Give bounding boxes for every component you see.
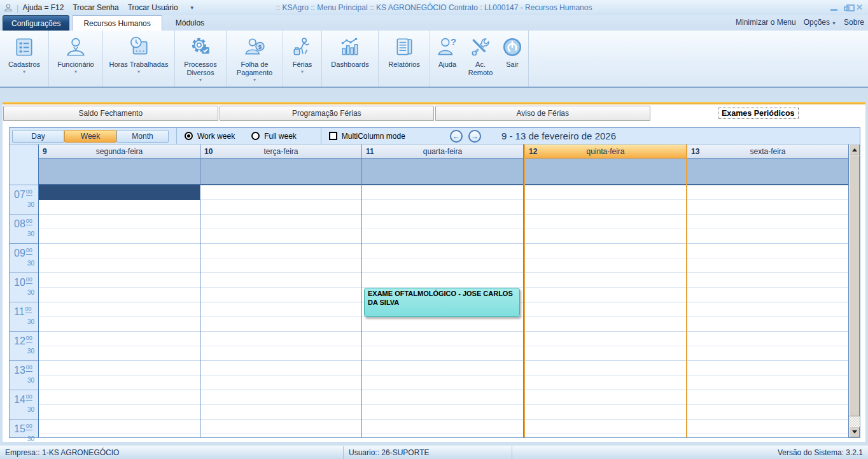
ribbon-button-ferias[interactable]: Férias ▾ <box>285 32 319 85</box>
scrollbar-thumb[interactable] <box>849 155 860 416</box>
calendar-toolbar: Day Week Month Work week Full week Multi… <box>10 128 860 145</box>
time-gutter: 070030 080030 090030 100030 110030 12003… <box>10 145 39 437</box>
all-day-cell[interactable] <box>362 159 523 185</box>
all-day-cell[interactable] <box>39 159 200 185</box>
report-icon <box>393 34 415 60</box>
tab-aviso-de-ferias[interactable]: Aviso de Férias <box>435 106 650 121</box>
person-icon <box>65 34 87 60</box>
day-column-quarta[interactable]: 11quarta-feira EXAME OFTALMOLÓGICO - JOS… <box>362 145 524 437</box>
chart-icon <box>339 34 361 60</box>
options-button[interactable]: Opções▼ <box>804 18 836 27</box>
minimize-icon[interactable] <box>830 9 837 11</box>
ribbon-button-relatorios[interactable]: Relatórios <box>381 32 428 85</box>
calendar: Day Week Month Work week Full week Multi… <box>9 127 860 438</box>
ribbon-button-ajuda[interactable]: ? Ajuda <box>432 32 463 85</box>
ribbon-button-folha-pagamento[interactable]: $ Folha de Pagamento ▾ <box>228 32 281 85</box>
about-button[interactable]: Sobre <box>844 18 864 27</box>
radio-checked-icon <box>185 132 193 140</box>
all-day-cell[interactable] <box>525 159 686 185</box>
chevron-down-icon: ▾ <box>74 69 77 75</box>
status-version: Versão do Sistema: 3.2.1 <box>512 448 868 457</box>
day-column-sexta[interactable]: 13sexta-feira <box>687 145 849 437</box>
checkbox-unchecked-icon <box>329 132 337 140</box>
day-header: 10terça-feira <box>200 145 361 159</box>
tab-recursos-humanos[interactable]: Recursos Humanos <box>72 15 162 31</box>
scroll-down-button[interactable] <box>849 427 860 437</box>
menu-item-trocar-usuario[interactable]: Trocar Usuário <box>128 3 178 12</box>
triangle-down-icon <box>852 430 857 434</box>
time-label: 110030 <box>10 302 38 332</box>
prev-week-button[interactable]: ← <box>450 130 463 143</box>
time-label: 080030 <box>10 215 38 244</box>
app-menu-button[interactable]: Configurações <box>3 15 69 31</box>
tab-modulos[interactable]: Módulos <box>165 15 215 31</box>
time-label: 100030 <box>10 273 38 302</box>
svg-text:$: $ <box>258 43 262 50</box>
calendar-event[interactable]: EXAME OFTALMOLÓGICO - JOSE CARLOS DA SIL… <box>364 288 520 317</box>
time-label: 090030 <box>10 244 38 273</box>
time-cells[interactable] <box>687 185 848 437</box>
help-icon: ? <box>437 34 458 60</box>
ribbon-button-ac-remoto[interactable]: Ac. Remoto <box>463 32 498 85</box>
user-avatar-icon[interactable] <box>4 3 13 12</box>
tab-saldo-fechamento[interactable]: Saldo Fechamento <box>3 106 218 121</box>
page-tab-strip: Saldo Fechamento Programação Férias Avis… <box>3 104 865 121</box>
day-view-button[interactable]: Day <box>12 130 64 143</box>
time-cells[interactable]: EXAME OFTALMOLÓGICO - JOSE CARLOS DA SIL… <box>362 185 523 437</box>
work-week-radio[interactable]: Work week <box>185 132 235 141</box>
tab-exames-periodicos[interactable]: Exames Periódicos <box>652 106 865 121</box>
multicolumn-checkbox[interactable]: MultiColumn mode <box>329 132 405 141</box>
clock-calendar-icon <box>127 34 150 60</box>
selected-time-slot[interactable] <box>39 185 200 200</box>
ribbon-button-funcionario[interactable]: Funcionário ▾ <box>51 32 101 85</box>
time-cells[interactable] <box>525 185 686 437</box>
scroll-up-button[interactable] <box>849 145 860 155</box>
power-icon <box>501 34 523 60</box>
minimize-menu-button[interactable]: Minimizar o Menu <box>736 18 796 27</box>
ribbon-button-dashboards[interactable]: Dashboards <box>324 32 376 85</box>
day-header: 11quarta-feira <box>362 145 523 159</box>
chevron-down-icon: ▾ <box>301 69 304 75</box>
day-column-quinta-today[interactable]: 12quinta-feira <box>524 145 687 437</box>
time-cells[interactable] <box>200 185 361 437</box>
close-icon[interactable]: ✕ <box>856 3 863 13</box>
arrow-right-icon: → <box>471 132 479 140</box>
ribbon-button-processos-diversos[interactable]: Processos Diversos ▾ <box>177 32 224 85</box>
divider <box>321 128 321 144</box>
ribbon-button-horas-trabalhadas[interactable]: Horas Trabalhadas ▾ <box>105 32 172 85</box>
next-week-button[interactable]: → <box>468 130 481 143</box>
window-title: :: KSAgro :: Menu Principal :: KS AGRONE… <box>276 3 592 12</box>
title-bar: | Ajuda = F12 Trocar Senha Trocar Usuári… <box>0 0 868 15</box>
vertical-scrollbar[interactable] <box>849 145 860 437</box>
status-bar: Empresa:: 1-KS AGRONEGÓCIO Usuario:: 26-… <box>0 446 868 459</box>
time-label: 140030 <box>10 390 38 420</box>
list-icon <box>13 34 35 60</box>
restore-icon[interactable] <box>844 6 850 11</box>
chevron-down-icon: ▾ <box>137 69 140 75</box>
month-view-button[interactable]: Month <box>116 130 169 143</box>
all-day-cell[interactable] <box>200 159 361 185</box>
menu-item-ajuda[interactable]: Ajuda = F12 <box>22 3 64 12</box>
time-cells[interactable] <box>39 185 200 437</box>
menu-item-trocar-senha[interactable]: Trocar Senha <box>73 3 118 12</box>
time-label: 070030 <box>10 185 38 215</box>
date-range-label: 9 - 13 de fevereiro de 2026 <box>501 131 616 141</box>
triangle-up-icon <box>852 148 857 152</box>
chevron-down-icon: ▾ <box>253 77 256 83</box>
svg-text:?: ? <box>451 37 456 47</box>
day-column-segunda[interactable]: 9segunda-feira <box>39 145 200 437</box>
full-week-radio[interactable]: Full week <box>251 132 297 141</box>
all-day-cell[interactable] <box>687 159 848 185</box>
divider: | <box>17 3 18 13</box>
divider <box>176 128 177 144</box>
gear-icon <box>189 34 212 60</box>
day-column-terca[interactable]: 10terça-feira <box>200 145 362 437</box>
tab-programacao-ferias[interactable]: Programação Férias <box>220 106 435 121</box>
toolbar-overflow-icon[interactable]: ▼ <box>190 5 195 11</box>
ribbon-button-sair[interactable]: Sair <box>498 32 526 85</box>
chevron-down-icon: ▾ <box>199 77 202 83</box>
status-company: Empresa:: 1-KS AGRONEGÓCIO <box>0 446 344 459</box>
ribbon-button-cadastros[interactable]: Cadastros ▾ <box>2 32 46 85</box>
day-header: 13sexta-feira <box>687 145 848 159</box>
week-view-button[interactable]: Week <box>64 130 116 143</box>
